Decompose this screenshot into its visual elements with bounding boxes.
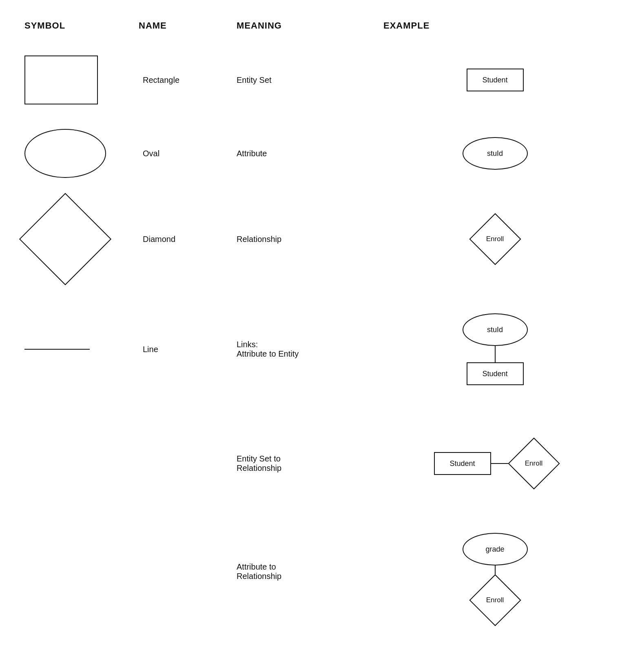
diamond-symbol-wrapper — [24, 206, 106, 272]
example-rect-shape: Student — [467, 69, 524, 91]
name-line: Line — [139, 345, 237, 354]
example-line-row: stuId Student — [383, 313, 607, 385]
row-attr-rel: Attribute toRelationship grade Enroll — [24, 517, 607, 627]
example-rect-label: Student — [482, 76, 507, 84]
row-rectangle: Rectangle Entity Set Student — [24, 43, 607, 117]
example-attr-rel: grade Enroll — [383, 525, 607, 619]
line-example-oval-label: stuId — [487, 326, 503, 334]
symbol-rectangle — [24, 55, 139, 104]
rectangle-shape — [24, 55, 98, 104]
example-entity-rel: Student Enroll — [383, 445, 607, 482]
attr-rel-oval-label: grade — [485, 545, 504, 554]
line-example-connector — [495, 346, 496, 362]
meaning-line1: Links: — [237, 340, 258, 349]
meaning-entity-rel: Entity Set toRelationship — [237, 454, 383, 473]
attr-rel-diamond-label: Enroll — [486, 596, 504, 604]
diamond-shape-large — [19, 193, 111, 285]
meaning-rectangle: Entity Set — [237, 75, 383, 85]
page: SYMBOL NAME MEANING EXAMPLE Rectangle En… — [0, 0, 631, 643]
symbol-oval — [24, 129, 139, 178]
example-diamond-wrapper: Enroll — [471, 219, 520, 259]
line-example-diagram: stuId Student — [463, 313, 528, 385]
example-diamond-row: Enroll — [383, 219, 607, 259]
line-example-rect: Student — [467, 362, 524, 385]
spacer2 — [24, 496, 607, 517]
col-header-meaning: MEANING — [237, 16, 383, 35]
col-header-name: NAME — [139, 16, 237, 35]
example-oval-shape: stuId — [463, 137, 528, 170]
line-example-rect-label: Student — [482, 370, 507, 378]
example-oval-label: stuId — [487, 149, 503, 158]
entity-rel-diamond-label: Enroll — [525, 459, 542, 468]
line-example-oval: stuId — [463, 313, 528, 346]
meaning-entity-rel-text: Entity Set toRelationship — [237, 454, 281, 472]
meaning-attr-rel-text: Attribute toRelationship — [237, 562, 281, 581]
name-diamond: Diamond — [139, 235, 237, 244]
spacer1 — [24, 410, 607, 431]
row-line: Line Links: Attribute to Entity stuId St… — [24, 288, 607, 410]
row-oval: Oval Attribute stuId — [24, 117, 607, 190]
col-header-symbol: SYMBOL — [24, 16, 139, 35]
oval-shape — [24, 129, 106, 178]
example-rectangle: Student — [383, 69, 607, 91]
meaning-diamond: Relationship — [237, 235, 383, 244]
entity-rel-diagram: Student Enroll — [434, 445, 556, 482]
meaning-line: Links: Attribute to Entity — [237, 340, 383, 359]
meaning-oval: Attribute — [237, 149, 383, 158]
line-shape — [24, 349, 90, 350]
attr-rel-oval: grade — [463, 533, 528, 566]
meaning-attr-rel: Attribute toRelationship — [237, 562, 383, 581]
attr-rel-diagram: grade Enroll — [463, 525, 528, 619]
row-diamond: Diamond Relationship Enroll — [24, 190, 607, 288]
entity-rel-rect: Student — [434, 452, 491, 475]
entity-rel-diamond-wrapper: Enroll — [511, 445, 556, 482]
attr-rel-diamond-wrapper: Enroll — [473, 582, 518, 619]
table-header: SYMBOL NAME MEANING EXAMPLE — [24, 16, 607, 35]
meaning-line2: Attribute to Entity — [237, 349, 299, 358]
name-oval: Oval — [139, 149, 237, 158]
example-diamond-label: Enroll — [486, 235, 504, 243]
entity-rel-rect-label: Student — [449, 459, 475, 468]
col-header-example: EXAMPLE — [383, 16, 607, 35]
example-oval-row: stuId — [383, 137, 607, 170]
symbol-line — [24, 349, 139, 350]
symbol-diamond — [24, 206, 139, 272]
name-rectangle: Rectangle — [139, 75, 237, 85]
row-entity-rel: Entity Set toRelationship Student Enroll — [24, 431, 607, 496]
